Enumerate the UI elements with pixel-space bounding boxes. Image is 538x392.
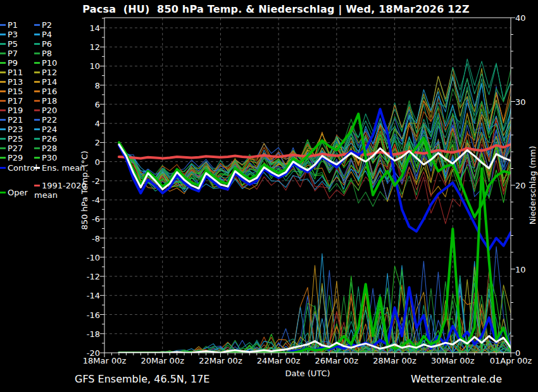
precip-tick-label: 0 xyxy=(515,348,520,358)
x-tick-label: 26Mar 00z xyxy=(315,356,359,365)
temp-tick-label: -20 xyxy=(75,348,100,358)
x-tick-label: 22Mar 00z xyxy=(199,356,242,365)
precip-tick-label: 10 xyxy=(515,264,526,274)
footer-model-info: GFS Ensemble, 46.5N, 17E xyxy=(75,373,210,385)
left-axis-title: 850 hPa Temp. (°C) xyxy=(80,150,89,230)
temp-tick-label: 8 xyxy=(75,80,100,90)
temp-tick-label: 10 xyxy=(75,61,100,71)
temp-tick-label: 6 xyxy=(75,99,100,109)
temp-tick-label: -16 xyxy=(75,310,100,319)
meteogram-page: Pacsa (HU) 850 hPa Temp. & Niederschlag … xyxy=(0,0,538,392)
footer-branding: Wetterzentrale.de xyxy=(411,373,502,385)
member-precip-P3 xyxy=(119,266,511,353)
temp-tick-label: -12 xyxy=(75,272,100,281)
x-tick-label: 24Mar 00z xyxy=(257,356,301,365)
temp-tick-label: -10 xyxy=(75,252,100,262)
x-tick-label: 20Mar 00z xyxy=(141,356,184,365)
x-axis-title: Date (UTC) xyxy=(285,369,330,378)
series-layer xyxy=(119,59,511,353)
temp-tick-label: -8 xyxy=(75,233,100,243)
temp-tick-label: 4 xyxy=(75,119,100,128)
x-tick-label: 01Apr 00z xyxy=(490,356,532,365)
x-tick-label: 28Mar 00z xyxy=(373,356,416,365)
temp-tick-label: 12 xyxy=(75,42,100,52)
member-precip-P30 xyxy=(119,266,511,353)
precip-tick-label: 30 xyxy=(515,97,526,106)
x-tick-label: 30Mar 00z xyxy=(431,356,475,365)
temp-tick-label: -14 xyxy=(75,291,100,300)
temp-tick-label: 2 xyxy=(75,138,100,147)
member-precip-P14 xyxy=(119,266,511,353)
right-axis-title: Niederschlag (mm) xyxy=(528,146,537,225)
precip-tick-label: 20 xyxy=(515,181,526,190)
temp-tick-label: 14 xyxy=(75,23,100,33)
temp-tick-label: -18 xyxy=(75,329,100,338)
precip-tick-label: 40 xyxy=(515,13,526,23)
